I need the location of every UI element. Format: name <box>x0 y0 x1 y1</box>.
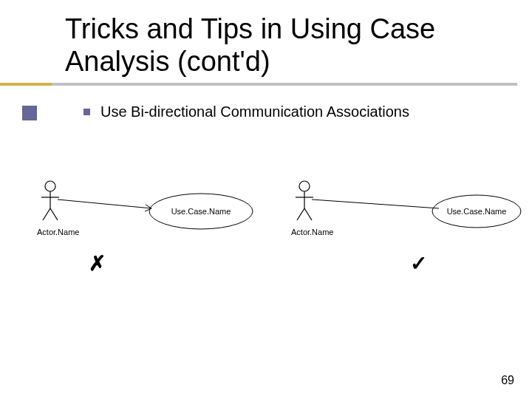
left-diagram: Actor.Name Use.Case.Name <box>0 177 266 296</box>
diagram-area: Actor.Name Use.Case.Name Actor.Name Use.… <box>0 177 532 296</box>
bullet-icon <box>83 109 90 115</box>
title-underline-accent <box>0 83 52 86</box>
svg-line-5 <box>58 200 151 208</box>
bullet-text: Use Bi-directional Communication Associa… <box>100 103 409 120</box>
page-number: 69 <box>501 374 514 387</box>
usecase-label: Use.Case.Name <box>171 207 231 216</box>
svg-line-4 <box>50 208 58 220</box>
slide-accent-box <box>22 106 37 120</box>
actor-label: Actor.Name <box>37 228 79 236</box>
right-diagram: Actor.Name Use.Case.Name <box>259 177 532 296</box>
svg-line-10 <box>304 208 312 220</box>
cross-icon: ✗ <box>89 251 106 276</box>
actor-icon <box>296 181 313 220</box>
svg-line-3 <box>43 208 50 220</box>
svg-point-0 <box>45 181 55 191</box>
actor-label: Actor.Name <box>291 228 333 236</box>
svg-line-11 <box>312 200 439 208</box>
title-text: Tricks and Tips in Using Case Analysis (… <box>65 13 508 78</box>
title-underline <box>0 83 517 86</box>
actor-icon <box>41 181 59 220</box>
usecase-label: Use.Case.Name <box>447 207 507 216</box>
svg-point-6 <box>299 181 310 191</box>
check-icon: ✓ <box>410 251 427 276</box>
svg-line-9 <box>297 208 304 220</box>
slide-title: Tricks and Tips in Using Case Analysis (… <box>65 13 508 78</box>
bullet-row: Use Bi-directional Communication Associa… <box>83 103 409 120</box>
